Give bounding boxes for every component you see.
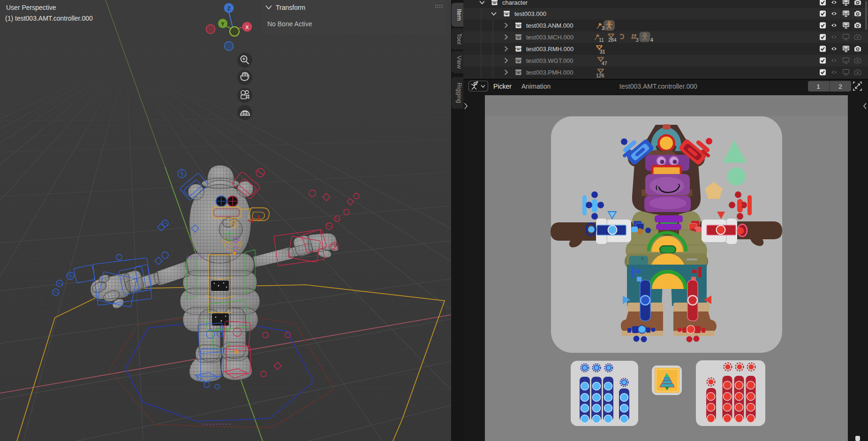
svg-text:126: 126: [596, 73, 604, 78]
svg-text:Picker: Picker: [493, 83, 512, 90]
svg-text:test003.AMT.controller.000: test003.AMT.controller.000: [619, 83, 697, 90]
svg-text:31: 31: [600, 49, 605, 54]
svg-text:character: character: [502, 0, 528, 6]
svg-text:4: 4: [650, 37, 653, 43]
svg-text:2: 2: [838, 83, 842, 90]
svg-text:Rigging: Rigging: [456, 83, 463, 103]
svg-text:test003.ANM.000: test003.ANM.000: [526, 22, 573, 29]
svg-text:test003.RMH.000: test003.RMH.000: [526, 46, 574, 53]
svg-text:Transform: Transform: [276, 4, 305, 11]
svg-text:1: 1: [816, 83, 820, 90]
svg-text:Y: Y: [221, 21, 225, 27]
svg-text:test003.PMH.000: test003.PMH.000: [526, 69, 573, 76]
svg-text:test003.WGT.000: test003.WGT.000: [526, 57, 573, 64]
svg-text:Item: Item: [456, 9, 463, 21]
svg-text:Tool: Tool: [456, 33, 463, 45]
svg-text:L: L: [257, 213, 262, 221]
svg-text:X: X: [245, 24, 249, 30]
svg-text:47: 47: [602, 61, 607, 66]
svg-text:User Perspective: User Perspective: [6, 4, 56, 11]
svg-text:No Bone Active: No Bone Active: [267, 20, 312, 28]
svg-text:Z: Z: [227, 6, 231, 11]
svg-text:11: 11: [599, 37, 604, 43]
svg-text:test003.MCH.000: test003.MCH.000: [526, 34, 574, 41]
svg-text:test003.000: test003.000: [514, 10, 546, 17]
svg-text:284: 284: [608, 37, 617, 43]
svg-text:3: 3: [636, 37, 639, 43]
svg-text:Animation: Animation: [521, 83, 551, 90]
svg-text:(1) test003.AMT.controller.000: (1) test003.AMT.controller.000: [5, 15, 93, 22]
svg-text:View: View: [456, 56, 463, 69]
